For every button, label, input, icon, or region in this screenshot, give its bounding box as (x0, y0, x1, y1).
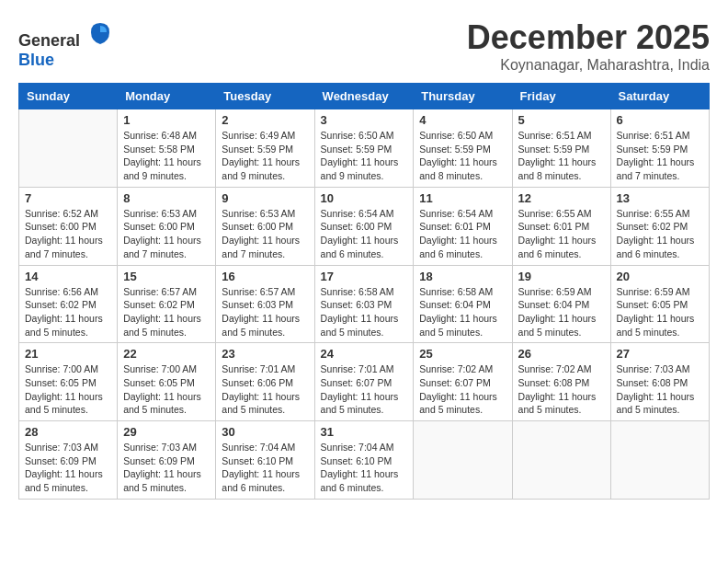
calendar-cell: 13Sunrise: 6:55 AMSunset: 6:02 PMDayligh… (610, 187, 709, 265)
calendar-cell: 26Sunrise: 7:02 AMSunset: 6:08 PMDayligh… (512, 343, 610, 421)
calendar-cell: 7Sunrise: 6:52 AMSunset: 6:00 PMDaylight… (19, 187, 118, 265)
calendar-cell: 31Sunrise: 7:04 AMSunset: 6:10 PMDayligh… (314, 421, 414, 500)
day-info: Sunrise: 6:52 AMSunset: 6:00 PMDaylight:… (25, 207, 111, 261)
calendar-cell (19, 109, 118, 188)
calendar-cell: 14Sunrise: 6:56 AMSunset: 6:02 PMDayligh… (19, 265, 118, 343)
header-thursday: Thursday (414, 84, 512, 109)
logo: General Blue (18, 18, 114, 70)
day-number: 15 (123, 270, 210, 283)
day-number: 16 (222, 270, 308, 283)
title-area: December 2025 Koynanagar, Maharashtra, I… (467, 18, 710, 74)
day-number: 9 (222, 191, 308, 205)
day-number: 22 (123, 347, 210, 361)
day-info: Sunrise: 7:04 AMSunset: 6:10 PMDaylight:… (321, 441, 408, 495)
day-number: 6 (617, 113, 703, 127)
calendar-cell: 6Sunrise: 6:51 AMSunset: 5:59 PMDaylight… (610, 109, 709, 188)
day-number: 8 (123, 191, 210, 205)
header-saturday: Saturday (610, 84, 709, 109)
calendar-cell: 27Sunrise: 7:03 AMSunset: 6:08 PMDayligh… (610, 343, 709, 421)
day-info: Sunrise: 6:56 AMSunset: 6:02 PMDaylight:… (25, 285, 111, 339)
day-number: 19 (518, 270, 605, 283)
calendar-cell: 9Sunrise: 6:53 AMSunset: 6:00 PMDaylight… (216, 187, 314, 265)
day-info: Sunrise: 6:59 AMSunset: 6:05 PMDaylight:… (617, 285, 703, 339)
calendar-cell: 12Sunrise: 6:55 AMSunset: 6:01 PMDayligh… (512, 187, 610, 265)
header: General Blue December 2025 Koynanagar, M… (18, 18, 710, 74)
day-info: Sunrise: 6:49 AMSunset: 5:59 PMDaylight:… (222, 129, 308, 183)
day-number: 4 (419, 113, 506, 127)
calendar-cell: 30Sunrise: 7:04 AMSunset: 6:10 PMDayligh… (216, 421, 314, 500)
day-info: Sunrise: 6:53 AMSunset: 6:00 PMDaylight:… (123, 207, 210, 261)
day-number: 11 (419, 191, 506, 205)
day-info: Sunrise: 6:57 AMSunset: 6:02 PMDaylight:… (123, 285, 210, 339)
calendar-cell: 8Sunrise: 6:53 AMSunset: 6:00 PMDaylight… (118, 187, 216, 265)
day-number: 3 (321, 113, 408, 127)
calendar-cell: 18Sunrise: 6:58 AMSunset: 6:04 PMDayligh… (414, 265, 512, 343)
header-sunday: Sunday (19, 84, 118, 109)
day-number: 13 (617, 191, 703, 205)
calendar-cell: 4Sunrise: 6:50 AMSunset: 5:59 PMDaylight… (414, 109, 512, 188)
calendar-cell: 19Sunrise: 6:59 AMSunset: 6:04 PMDayligh… (512, 265, 610, 343)
calendar-week-4: 28Sunrise: 7:03 AMSunset: 6:09 PMDayligh… (19, 421, 710, 500)
calendar-header-row: SundayMondayTuesdayWednesdayThursdayFrid… (19, 84, 710, 109)
day-info: Sunrise: 6:50 AMSunset: 5:59 PMDaylight:… (321, 129, 408, 183)
day-info: Sunrise: 7:03 AMSunset: 6:09 PMDaylight:… (123, 441, 210, 495)
calendar-week-1: 7Sunrise: 6:52 AMSunset: 6:00 PMDaylight… (19, 187, 710, 265)
day-info: Sunrise: 6:54 AMSunset: 6:01 PMDaylight:… (419, 207, 506, 261)
day-info: Sunrise: 6:59 AMSunset: 6:04 PMDaylight:… (518, 285, 605, 339)
calendar-cell: 5Sunrise: 6:51 AMSunset: 5:59 PMDaylight… (512, 109, 610, 188)
day-info: Sunrise: 6:51 AMSunset: 5:59 PMDaylight:… (617, 129, 703, 183)
day-info: Sunrise: 7:02 AMSunset: 6:08 PMDaylight:… (518, 362, 605, 417)
day-info: Sunrise: 6:53 AMSunset: 6:00 PMDaylight:… (222, 207, 308, 261)
day-info: Sunrise: 6:58 AMSunset: 6:04 PMDaylight:… (419, 285, 506, 339)
day-number: 30 (222, 425, 308, 439)
day-number: 21 (25, 347, 111, 361)
calendar-cell: 25Sunrise: 7:02 AMSunset: 6:07 PMDayligh… (414, 343, 512, 421)
day-number: 27 (617, 347, 703, 361)
day-info: Sunrise: 6:55 AMSunset: 6:02 PMDaylight:… (617, 207, 703, 261)
day-number: 2 (222, 113, 308, 127)
day-info: Sunrise: 6:54 AMSunset: 6:00 PMDaylight:… (321, 207, 408, 261)
calendar-cell: 11Sunrise: 6:54 AMSunset: 6:01 PMDayligh… (414, 187, 512, 265)
calendar-cell: 3Sunrise: 6:50 AMSunset: 5:59 PMDaylight… (314, 109, 414, 188)
calendar-cell (414, 421, 512, 500)
day-number: 28 (25, 425, 111, 439)
logo-general: General (18, 31, 80, 50)
day-number: 24 (321, 347, 408, 361)
header-monday: Monday (118, 84, 216, 109)
day-info: Sunrise: 6:57 AMSunset: 6:03 PMDaylight:… (222, 285, 308, 339)
day-number: 7 (25, 191, 111, 205)
day-info: Sunrise: 7:03 AMSunset: 6:08 PMDaylight:… (617, 362, 703, 417)
day-number: 12 (518, 191, 605, 205)
header-wednesday: Wednesday (314, 84, 414, 109)
calendar: SundayMondayTuesdayWednesdayThursdayFrid… (18, 83, 710, 500)
month-title: December 2025 (467, 18, 710, 57)
day-number: 18 (419, 270, 506, 283)
logo-icon (86, 18, 114, 46)
calendar-cell: 20Sunrise: 6:59 AMSunset: 6:05 PMDayligh… (610, 265, 709, 343)
location-title: Koynanagar, Maharashtra, India (467, 57, 710, 74)
day-number: 5 (518, 113, 605, 127)
logo-blue: Blue (18, 51, 54, 69)
day-info: Sunrise: 7:03 AMSunset: 6:09 PMDaylight:… (25, 441, 111, 495)
header-friday: Friday (512, 84, 610, 109)
calendar-cell: 15Sunrise: 6:57 AMSunset: 6:02 PMDayligh… (118, 265, 216, 343)
day-number: 29 (123, 425, 210, 439)
day-info: Sunrise: 6:51 AMSunset: 5:59 PMDaylight:… (518, 129, 605, 183)
calendar-cell: 2Sunrise: 6:49 AMSunset: 5:59 PMDaylight… (216, 109, 314, 188)
calendar-cell: 21Sunrise: 7:00 AMSunset: 6:05 PMDayligh… (19, 343, 118, 421)
calendar-cell: 22Sunrise: 7:00 AMSunset: 6:05 PMDayligh… (118, 343, 216, 421)
day-number: 1 (123, 113, 210, 127)
calendar-cell: 24Sunrise: 7:01 AMSunset: 6:07 PMDayligh… (314, 343, 414, 421)
calendar-week-0: 1Sunrise: 6:48 AMSunset: 5:58 PMDaylight… (19, 109, 710, 188)
day-info: Sunrise: 7:04 AMSunset: 6:10 PMDaylight:… (222, 441, 308, 495)
day-number: 25 (419, 347, 506, 361)
day-info: Sunrise: 6:50 AMSunset: 5:59 PMDaylight:… (419, 129, 506, 183)
calendar-cell (610, 421, 709, 500)
calendar-cell (512, 421, 610, 500)
calendar-cell: 10Sunrise: 6:54 AMSunset: 6:00 PMDayligh… (314, 187, 414, 265)
day-info: Sunrise: 7:02 AMSunset: 6:07 PMDaylight:… (419, 362, 506, 417)
header-tuesday: Tuesday (216, 84, 314, 109)
day-number: 23 (222, 347, 308, 361)
calendar-cell: 16Sunrise: 6:57 AMSunset: 6:03 PMDayligh… (216, 265, 314, 343)
calendar-cell: 1Sunrise: 6:48 AMSunset: 5:58 PMDaylight… (118, 109, 216, 188)
